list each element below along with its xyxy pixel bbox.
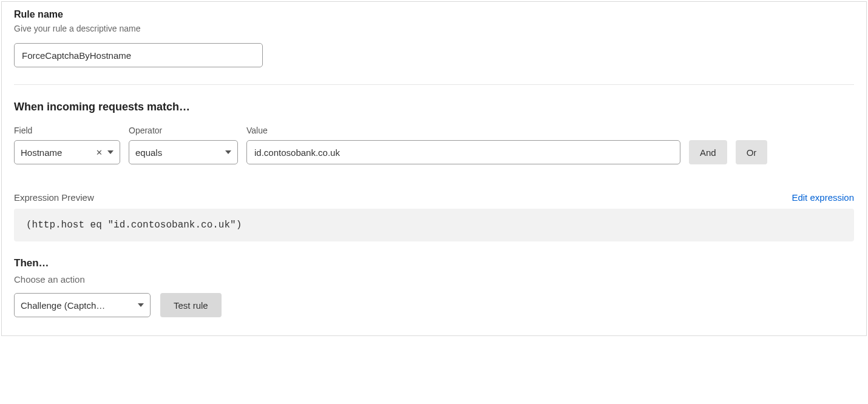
expression-preview-text: (http.host eq "id.contosobank.co.uk"): [26, 220, 242, 231]
expression-preview-box: (http.host eq "id.contosobank.co.uk"): [14, 209, 854, 241]
edit-expression-link[interactable]: Edit expression: [792, 192, 854, 203]
rule-name-section: Rule name Give your rule a descriptive n…: [14, 9, 854, 67]
rule-name-subtitle: Give your rule a descriptive name: [14, 24, 854, 33]
then-heading: Then…: [14, 257, 854, 269]
rule-config-panel: Rule name Give your rule a descriptive n…: [1, 1, 867, 336]
value-input[interactable]: [246, 140, 680, 164]
chevron-down-icon: [225, 150, 231, 154]
field-label: Field: [14, 126, 120, 135]
then-row: Challenge (Captch… Test rule: [14, 293, 854, 317]
rule-name-input[interactable]: [14, 43, 263, 67]
clear-icon[interactable]: ✕: [96, 148, 103, 157]
action-select-value: Challenge (Captch…: [21, 300, 105, 311]
chevron-down-icon: [107, 150, 114, 154]
match-heading: When incoming requests match…: [14, 101, 854, 113]
or-button[interactable]: Or: [736, 140, 768, 164]
preview-header: Expression Preview Edit expression: [14, 192, 854, 203]
operator-select[interactable]: equals: [129, 140, 238, 164]
test-rule-button[interactable]: Test rule: [160, 293, 222, 317]
expression-preview-label: Expression Preview: [14, 192, 94, 203]
action-select[interactable]: Challenge (Captch…: [14, 293, 151, 317]
operator-label: Operator: [129, 126, 238, 135]
section-divider: [14, 84, 854, 85]
operator-select-value: equals: [135, 147, 162, 158]
value-label: Value: [246, 126, 680, 135]
match-section: When incoming requests match… Field Oper…: [14, 101, 854, 317]
field-select[interactable]: Hostname ✕: [14, 140, 120, 164]
then-subtitle: Choose an action: [14, 274, 854, 284]
match-row-labels: Field Operator Value: [14, 126, 854, 135]
chevron-down-icon: [138, 303, 144, 307]
field-select-value: Hostname: [21, 147, 62, 158]
rule-name-label: Rule name: [14, 9, 854, 20]
match-row-inputs: Hostname ✕ equals And Or: [14, 140, 854, 164]
and-button[interactable]: And: [689, 140, 727, 164]
